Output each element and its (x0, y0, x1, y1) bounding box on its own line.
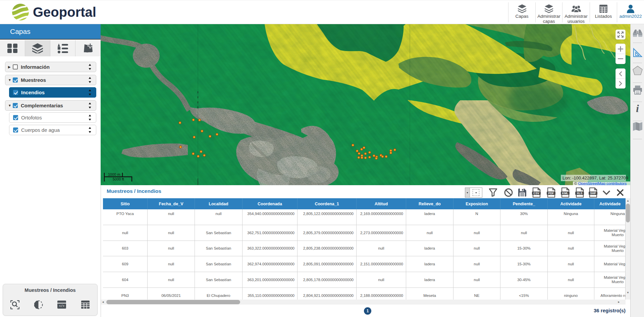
svg-text:</>: </> (59, 305, 64, 308)
svg-text:1000 m: 1000 m (108, 172, 120, 176)
svg-text:XLS: XLS (577, 192, 583, 195)
svg-text:5000 ft: 5000 ft (113, 177, 124, 181)
svg-text:© OpenStreetMap contributors: © OpenStreetMap contributors (574, 181, 627, 186)
svg-text:SHP: SHP (590, 192, 596, 195)
svg-text:Lon: -100.422897, Lat: 25.3727: Lon: -100.422897, Lat: 25.372709 (562, 175, 628, 180)
svg-text:PDF: PDF (548, 192, 554, 195)
svg-text:KML: KML (562, 192, 568, 195)
svg-text:CSV: CSV (533, 192, 539, 195)
